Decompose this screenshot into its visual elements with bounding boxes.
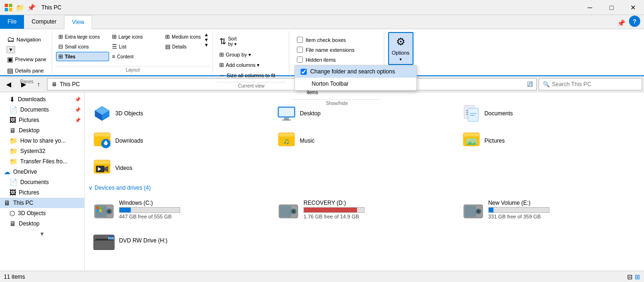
search-icon: 🔍 [543,81,550,88]
tab-computer[interactable]: Computer [24,15,64,29]
search-input[interactable] [552,81,627,88]
change-folder-search-options-item[interactable]: Change folder and search options [295,65,416,78]
add-columns-button[interactable]: ⊞ Add columns ▾ [217,60,262,70]
svg-text:DVD: DVD [108,237,114,240]
options-button[interactable]: ⚙ Options ▼ [388,32,413,65]
drive-h[interactable]: DVD DVD RW Drive (H:) [88,226,271,255]
svg-rect-0 [5,4,8,7]
drive-c-fill [119,208,131,212]
svg-rect-45 [96,209,99,212]
item-check-boxes-checkbox[interactable]: Item check boxes [295,36,348,44]
sidebar-item-onedrive[interactable]: ☁ OneDrive [0,167,84,177]
close-button[interactable]: ✕ [622,0,644,15]
list-btn[interactable]: ☰List [110,42,163,51]
ribbon: 🗂 Navigation ▼ ▣ Preview pane ▤ Details … [0,29,644,76]
sidebar-item-od-documents[interactable]: 📄 Documents [0,177,84,187]
content-btn[interactable]: ≡Content [110,52,163,61]
documents-tile-label: Documents [485,110,513,117]
group-by-button[interactable]: ⊞ Group by ▾ [217,50,254,59]
maximize-button[interactable]: □ [601,0,622,15]
videos-tile[interactable]: Videos [88,155,271,181]
sidebar-label-onedrive: OneDrive [13,169,37,175]
file-name-extensions-input[interactable] [297,47,303,53]
navigation-pane-button[interactable]: 🗂 Navigation [5,34,43,45]
svg-rect-57 [95,239,110,241]
details-pane-button[interactable]: ▤ Details pane [5,65,46,76]
sidebar-item-3dobjects[interactable]: ⬡ 3D Objects [0,208,84,218]
address-refresh[interactable]: 🔄 [527,81,533,87]
sidebar-item-system32[interactable]: 📁 System32 [0,146,84,156]
hidden-items-input[interactable] [297,56,303,63]
help-button[interactable]: ? [629,16,640,27]
minimize-button[interactable]: ─ [579,0,601,15]
details-btn[interactable]: ▤Details [163,42,203,51]
drive-e-icon [462,198,485,221]
svg-rect-9 [279,108,294,116]
sidebar-item-pictures[interactable]: 🖼 Pictures 📌 [0,115,84,125]
thispc-icon: 🖥 [4,199,10,207]
od-pictures-icon: 🖼 [9,189,16,196]
sidebar-item-downloads[interactable]: ⬇ Downloads 📌 [0,94,84,105]
pictures-tile[interactable]: Pictures [458,128,640,153]
drive-e-free: 331 GB free of 359 GB [488,214,549,219]
drives-grid: Windows (C:) 447 GB free of 555 GB [88,193,640,257]
pictures-tile-icon [462,131,481,150]
downloads-tile[interactable]: Downloads [88,128,271,153]
sort-by-button[interactable]: ⇅ Sortby ▾ [217,34,239,49]
file-name-extensions-checkbox[interactable]: File name extensions [295,46,357,54]
norton-toolbar-item[interactable]: Norton Toolbar [295,78,416,90]
titlebar: 📁 📌 This PC ─ □ ✕ [0,0,644,15]
search-bar[interactable]: 🔍 [539,78,642,90]
tab-file[interactable]: File [0,15,24,29]
tiles-btn[interactable]: ⊞Tiles [56,52,109,61]
layout-scroll-down[interactable]: ▼ [204,37,209,42]
view-details-button[interactable]: ⊟ [627,273,633,281]
size-all-columns-button[interactable]: ↔ Size all columns to fit [217,71,278,80]
downloads-pin: 📌 [75,97,80,102]
howto-icon: 📁 [9,137,17,145]
medium-icons-btn[interactable]: ⊞Medium icons [163,32,203,41]
sidebar-scroll-down[interactable]: ▼ [0,229,84,239]
sidebar-item-od-pictures[interactable]: 🖼 Pictures [0,187,84,198]
drive-h-icon: DVD [93,229,115,252]
documents-tile[interactable]: Documents [458,101,640,126]
panes-group: 🗂 Navigation ▼ ▣ Preview pane ▤ Details … [2,31,52,73]
drive-d[interactable]: RECOVERY (D:) 1.76 GB free of 14.9 GB [273,195,455,224]
sidebar-item-desktop[interactable]: 🖥 Desktop [0,125,84,136]
item-check-boxes-input[interactable] [297,37,303,43]
sidebar-item-desktop2[interactable]: 🖥 Desktop [0,218,84,229]
change-folder-checkbox[interactable] [301,69,307,75]
drive-d-name: RECOVERY (D:) [303,200,365,206]
view-tiles-button[interactable]: ⊞ [635,273,640,281]
svg-rect-11 [282,120,291,121]
sidebar-item-howto[interactable]: 📁 How to share yo... [0,136,84,146]
desktop-icon: 🖥 [9,127,16,134]
devices-section-header[interactable]: ∨ Devices and drives (4) [88,183,640,193]
drive-e[interactable]: New Volume (E:) 331 GB free of 359 GB [458,195,640,224]
music-tile[interactable]: ♫ Music [273,128,455,153]
pin-button[interactable]: 📌 [617,19,625,27]
layout-scroll-up[interactable]: ▲ [204,32,209,37]
sidebar-item-transfer[interactable]: 📁 Transfer Files fro... [0,156,84,167]
downloads-tile-label: Downloads [115,137,143,144]
svg-point-31 [468,139,469,141]
svg-rect-44 [99,207,102,209]
drive-c-icon [93,198,115,221]
pin-icon[interactable]: 📌 [26,3,36,12]
tab-view[interactable]: View [64,15,92,29]
preview-pane-button[interactable]: ▣ Preview pane [5,54,49,64]
drive-c-info: Windows (C:) 447 GB free of 555 GB [119,200,180,219]
current-view-group: ⇅ Sortby ▾ ⊞ Group by ▾ ⊞ Add columns ▾ … [214,31,289,73]
sidebar-item-documents[interactable]: 📄 Documents 📌 [0,105,84,115]
small-icons-btn[interactable]: ⊟Small icons [56,42,109,51]
3dobjects-tile[interactable]: 3D Objects [88,101,271,126]
sidebar-label-pictures: Pictures [19,117,39,123]
large-icons-btn[interactable]: ⊞Large icons [110,32,163,41]
hidden-items-checkbox[interactable]: Hidden items [295,56,338,64]
sidebar-item-thispc[interactable]: 🖥 This PC [0,198,84,208]
svg-point-50 [292,210,295,213]
extra-large-icons-btn[interactable]: ⊞Extra large icons [56,32,109,41]
layout-expand[interactable]: ▼ [204,42,209,48]
address-bar[interactable]: 🖥 This PC 🔄 [47,78,537,90]
drive-c[interactable]: Windows (C:) 447 GB free of 555 GB [88,195,271,224]
